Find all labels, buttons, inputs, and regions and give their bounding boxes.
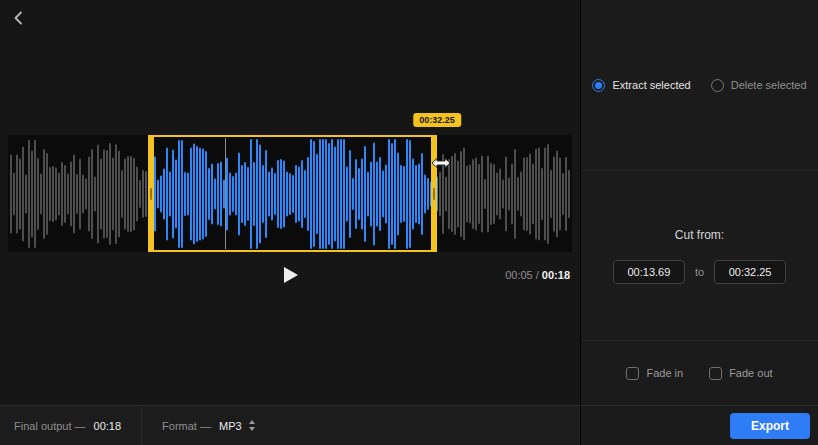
cut-range-row: to xyxy=(613,260,786,284)
cut-from-label: Cut from: xyxy=(675,228,724,242)
radio-delete-selected[interactable]: Delete selected xyxy=(711,79,807,92)
checkbox-label: Fade out xyxy=(729,367,772,379)
up-down-arrows-icon[interactable] xyxy=(249,420,255,431)
cut-end-input[interactable] xyxy=(714,260,786,284)
format-value: MP3 xyxy=(219,420,242,432)
format-label: Format — xyxy=(162,420,211,432)
waveform-container[interactable]: 00:32.25 xyxy=(8,135,572,252)
editor-main: 00:32.25 00:05 / 00:18 xyxy=(0,0,580,405)
radio-label: Delete selected xyxy=(731,79,807,91)
export-button[interactable]: Export xyxy=(730,413,810,439)
chevron-left-icon xyxy=(10,9,28,27)
audio-cutter-app: 00:32.25 00:05 / 00:18 Extract selected xyxy=(0,0,818,445)
selection-time-tooltip: 00:32.25 xyxy=(413,113,461,127)
format-select[interactable]: MP3 xyxy=(219,420,255,432)
handle-grip xyxy=(150,188,152,200)
selection-handle-left[interactable] xyxy=(148,137,154,250)
checkbox-label: Fade in xyxy=(646,367,683,379)
total-time: 00:18 xyxy=(542,269,570,281)
cut-start-input[interactable] xyxy=(613,260,685,284)
checkbox-icon xyxy=(709,367,722,380)
handle-grip xyxy=(433,188,435,200)
mode-section: Extract selected Delete selected xyxy=(581,0,818,170)
bottom-bar: Final output — 00:18 Format — MP3 Export xyxy=(0,405,818,445)
radio-label: Extract selected xyxy=(612,79,690,91)
radio-selected-icon xyxy=(592,79,605,92)
output-info: Final output — 00:18 Format — MP3 xyxy=(0,406,580,445)
selection-handle-right[interactable] xyxy=(431,137,437,250)
play-button[interactable] xyxy=(277,262,303,288)
play-icon xyxy=(284,267,298,283)
radio-unselected-icon xyxy=(711,79,724,92)
back-button[interactable] xyxy=(8,8,30,30)
selection-region[interactable] xyxy=(148,135,437,252)
final-output-label: Final output — xyxy=(14,420,86,432)
playback-controls: 00:05 / 00:18 xyxy=(0,262,580,288)
to-label: to xyxy=(695,266,704,278)
export-area: Export xyxy=(580,406,818,445)
fade-in-checkbox[interactable]: Fade in xyxy=(626,367,683,380)
time-display: 00:05 / 00:18 xyxy=(505,269,570,281)
radio-extract-selected[interactable]: Extract selected xyxy=(592,79,690,92)
settings-sidebar: Extract selected Delete selected Cut fro… xyxy=(580,0,818,405)
final-output-value: 00:18 xyxy=(94,420,122,432)
checkbox-icon xyxy=(626,367,639,380)
fade-section: Fade in Fade out xyxy=(581,341,818,405)
fade-out-checkbox[interactable]: Fade out xyxy=(709,367,772,380)
current-time: 00:05 xyxy=(505,269,533,281)
cut-section: Cut from: to xyxy=(581,171,818,340)
resize-cursor-icon xyxy=(431,156,451,170)
bottom-bar-divider xyxy=(141,406,142,445)
